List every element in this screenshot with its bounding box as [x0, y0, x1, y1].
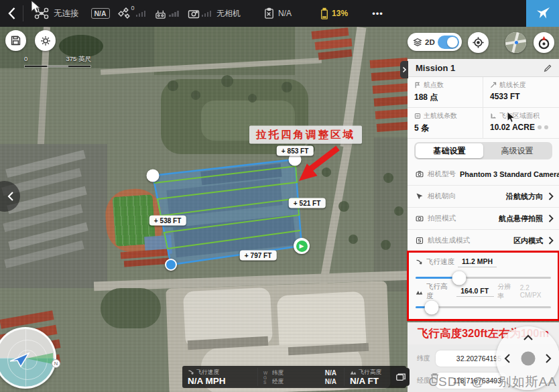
- altitude-slider[interactable]: [416, 306, 551, 308]
- mission-header: Mission 1: [408, 59, 559, 77]
- settings-tabs: 基础设置 高级设置: [408, 139, 559, 164]
- chevron-right-icon: [548, 192, 554, 200]
- move-icon: +: [294, 200, 298, 207]
- minimap-button[interactable]: [505, 32, 526, 53]
- polygon-corner-handle[interactable]: [147, 170, 160, 182]
- telemetry-speed: 飞行速度 N/A MPH: [182, 366, 257, 388]
- altitude-icon: [350, 369, 357, 376]
- edge-length-label[interactable]: +797 FT: [240, 251, 277, 261]
- page-dot[interactable]: [544, 125, 548, 129]
- flight-parameter-sliders: 飞行速度 11.2 MPH 飞行高度 164.0 FT 分辨率 2.2 CM/P…: [408, 252, 559, 320]
- waypoint-icon: [414, 82, 421, 88]
- remote-controller-icon: [154, 8, 167, 19]
- mode-2d-label: 2D: [425, 38, 435, 46]
- satellite-signal-bars: [136, 11, 146, 17]
- drone-heading-arrow: [7, 349, 32, 369]
- map-scale-bar: 0 375 英尺: [24, 55, 91, 68]
- nudge-center-button[interactable]: [521, 351, 535, 365]
- save-icon: [10, 35, 21, 46]
- altitude-slider-thumb[interactable]: [425, 300, 439, 314]
- nudge-up-button[interactable]: [523, 334, 534, 341]
- satellite-icon: 0: [118, 7, 130, 19]
- move-icon: +: [154, 217, 158, 224]
- top-toolbar: 无连接 N/A 0 无相机 N/A 13% •••: [0, 0, 559, 27]
- compass-reset-button[interactable]: [534, 32, 554, 53]
- nudge-left-button[interactable]: [504, 353, 511, 364]
- connection-status: 无连接: [54, 8, 79, 19]
- mission-settings-button[interactable]: [35, 30, 56, 51]
- setting-camera-model[interactable]: 相机型号 Phantom 3 Standard Camera: [408, 164, 559, 186]
- rc-signal-bars: [169, 11, 179, 17]
- mouse-cursor-black: [507, 112, 516, 123]
- checklist-status: N/A: [278, 9, 292, 18]
- gps-na-badge: N/A: [91, 8, 110, 19]
- mode-2d-toggle[interactable]: [438, 36, 459, 49]
- speed-slider-row: 飞行速度 11.2 MPH: [416, 256, 551, 279]
- edge-length-label[interactable]: +853 FT: [277, 146, 314, 156]
- scale-start: 0: [24, 55, 27, 64]
- battery-percent: 13%: [332, 9, 348, 18]
- edge-length-label[interactable]: +521 FT: [289, 198, 326, 208]
- setting-photo-mode[interactable]: 拍照模式 航点悬停拍照: [408, 208, 559, 230]
- collapse-panel-button[interactable]: [400, 61, 408, 78]
- scale-end: 375 英尺: [66, 55, 92, 64]
- setting-route-mode[interactable]: 航线生成模式 区内模式: [408, 230, 559, 252]
- compass-icon: [536, 35, 552, 50]
- move-icon: +: [245, 252, 249, 259]
- polygon-corner-handle-selected[interactable]: [165, 259, 177, 271]
- edge-length-label[interactable]: +538 FT: [149, 216, 186, 226]
- camera-status-icon: [188, 9, 200, 19]
- route-start-handle[interactable]: ▶: [294, 238, 310, 254]
- battery-icon: [320, 7, 329, 20]
- north-badge: N: [52, 359, 60, 368]
- mouse-cursor-white: [32, 1, 42, 14]
- altitude-value-field[interactable]: 164.0 FT: [456, 287, 494, 297]
- hint-annotation: 拉托四角调整区域: [249, 126, 362, 144]
- nudge-right-button[interactable]: [545, 353, 552, 364]
- main-lines-icon: [414, 113, 421, 119]
- photos-icon: [395, 372, 406, 383]
- chevron-right-icon: [548, 214, 554, 222]
- camera-icon: [416, 170, 424, 178]
- gear-icon: [40, 35, 52, 47]
- more-menu-button[interactable]: •••: [372, 9, 383, 19]
- save-mission-button[interactable]: [5, 30, 26, 51]
- telemetry-bar: 飞行速度 N/A MPH WGS 纬度N/A 经度N/A 飞行高度 N/A FT: [182, 366, 406, 388]
- tab-advanced-settings[interactable]: 高级设置: [483, 143, 551, 158]
- speed-icon: [416, 259, 423, 266]
- start-point-icon: ▶: [296, 241, 308, 252]
- crosshair-icon: [472, 36, 485, 49]
- speed-icon: [188, 369, 194, 376]
- survey-polygon[interactable]: [153, 159, 302, 265]
- mission-stats: 航点数 188 点 航线长度 4533 FT 主航线条数 5 条 飞行区域面积 …: [408, 77, 559, 139]
- setting-camera-heading[interactable]: 相机朝向 沿航线方向: [408, 186, 559, 208]
- edit-mission-icon[interactable]: [544, 64, 552, 72]
- stat-route-length: 航线长度 4533 FT: [483, 77, 559, 108]
- takeoff-button[interactable]: [526, 0, 559, 27]
- datum-label: WGS: [263, 371, 269, 385]
- mission-planner-app: ▶ +853 FT +521 FT +538 FT +797 FT 拉托四角调整…: [0, 0, 559, 392]
- speed-slider-thumb[interactable]: [452, 271, 466, 285]
- stat-waypoints: 航点数 188 点: [408, 77, 483, 108]
- back-button[interactable]: [0, 7, 23, 20]
- area-icon: [490, 113, 497, 119]
- telemetry-position: WGS 纬度N/A 经度N/A: [258, 366, 344, 388]
- camera-signal-bars: [202, 11, 212, 17]
- route-mode-icon: [416, 237, 424, 245]
- minimap-thumbnail: [505, 32, 526, 53]
- speed-value-field[interactable]: 11.2 MPH: [458, 257, 497, 267]
- satellite-count: 0: [131, 5, 135, 11]
- altitude-icon: [416, 288, 423, 296]
- watermark: CSDN @一别如斯AA: [428, 373, 557, 391]
- heading-cursor-icon: [416, 192, 424, 200]
- checklist-icon[interactable]: [263, 7, 275, 19]
- resolution-value: 2.2 CM/PX: [520, 284, 551, 299]
- tab-basic-settings[interactable]: 基础设置: [416, 143, 483, 158]
- page-dot[interactable]: [538, 125, 542, 129]
- speed-slider[interactable]: [416, 277, 551, 279]
- stat-main-lines: 主航线条数 5 条: [408, 108, 483, 139]
- route-length-icon: [490, 82, 497, 88]
- locate-me-button[interactable]: [468, 32, 489, 53]
- mission-title: Mission 1: [416, 63, 544, 73]
- photo-gallery-button[interactable]: [391, 368, 410, 386]
